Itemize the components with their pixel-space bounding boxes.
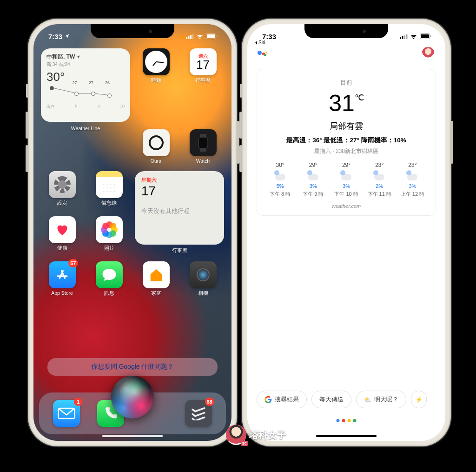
app-camera[interactable]: 相機 (182, 261, 224, 297)
wifi-icon (410, 33, 417, 39)
chevron-left-icon (255, 41, 258, 45)
cal-widget-empty: 今天沒有其他行程 (141, 207, 218, 215)
silence-switch[interactable] (240, 84, 242, 98)
chip-search-results[interactable]: 搜尋結果 (257, 391, 307, 408)
svg-rect-8 (198, 137, 208, 148)
svg-rect-14 (400, 37, 401, 39)
partly-cloudy-night-icon (405, 171, 419, 180)
svg-rect-6 (217, 35, 218, 37)
battery-icon (206, 33, 218, 39)
assistant-header (247, 43, 445, 60)
app-watch[interactable]: Watch (182, 129, 224, 164)
appstore-icon (54, 267, 70, 283)
lightning-icon: ⚡ (415, 396, 423, 403)
partly-cloudy-night-icon (306, 171, 320, 180)
photos-flower-icon (100, 221, 118, 239)
home-indicator[interactable] (102, 435, 163, 437)
silence-switch[interactable] (26, 84, 28, 98)
weather-card[interactable]: 目前 31℃ 局部有雲 最高溫：36° 最低溫：27° 降雨機率：10% 星期六… (257, 69, 436, 216)
widget-label: Weather Line (71, 126, 100, 131)
home-screen[interactable]: 7:33 中和區, TW 高:34 低:24 30° (33, 24, 231, 441)
cellular-icon (400, 34, 408, 39)
forecast-hour: 28°2%下午 11 時 (364, 162, 395, 198)
app-oura[interactable]: Oura (135, 129, 177, 164)
svg-rect-19 (421, 34, 429, 38)
calendar-widget[interactable]: 星期六 17 今天沒有其他行程 (135, 171, 224, 245)
iphone-right: 7:33 Siri 目前 31℃ 局 (242, 19, 451, 446)
app-label: Watch (196, 158, 210, 164)
cellular-icon (186, 34, 194, 39)
badge: 1 (74, 398, 82, 406)
siri-orb[interactable] (111, 376, 154, 419)
app-messages[interactable]: 訊息 (88, 261, 130, 297)
house-icon (148, 268, 164, 282)
cal-widget-day: 星期六 (141, 177, 218, 184)
location-arrow-icon (76, 55, 80, 59)
forecast-hour: 29°3%下午 10 時 (331, 162, 362, 198)
assistant-listening-icon[interactable] (337, 419, 357, 422)
app-label: 時鐘 (151, 77, 161, 84)
volume-up-button[interactable] (26, 112, 28, 139)
chip-label: 明天呢？ (374, 395, 398, 404)
mic-indicator-icon (180, 35, 184, 38)
svg-rect-17 (406, 34, 408, 39)
notes-icon (101, 182, 118, 193)
svg-rect-1 (188, 36, 190, 39)
power-button[interactable] (450, 121, 453, 164)
badge: 68 (205, 398, 214, 406)
svg-rect-2 (190, 35, 192, 39)
assistant-logo-icon (258, 51, 266, 56)
app-photos[interactable]: 照片 (88, 216, 130, 254)
back-to-siri[interactable]: Siri (255, 40, 265, 45)
camera-lens-icon (197, 268, 210, 281)
volume-down-button[interactable] (239, 145, 242, 172)
app-label: 照片 (104, 245, 114, 252)
app-label: 訊息 (104, 290, 114, 297)
google-icon (264, 396, 272, 403)
home-indicator[interactable] (316, 435, 377, 437)
svg-rect-5 (207, 34, 215, 38)
forecast-hour: 30°5%下午 8 時 (264, 162, 296, 198)
message-icon (101, 267, 118, 282)
app-clock[interactable]: 時鐘 (135, 48, 177, 122)
app-notes[interactable]: 備忘錄 (88, 171, 130, 209)
svg-rect-3 (192, 34, 194, 39)
app-label: App Store (51, 290, 73, 296)
app-health[interactable]: 健康 (41, 216, 83, 254)
wifi-icon (196, 33, 204, 39)
volume-up-button[interactable] (239, 112, 242, 139)
chip-tomorrow[interactable]: ⛅明天呢？ (356, 391, 406, 408)
forecast-hour: 29°3%下午 9 時 (298, 162, 329, 198)
app-todoist[interactable]: 68 (185, 400, 212, 427)
widget-label: 行事曆 (135, 247, 224, 254)
app-appstore[interactable]: 57App Store (41, 261, 83, 297)
watermark: 塔科女子 (226, 425, 286, 445)
mail-icon (58, 407, 75, 419)
notch (91, 24, 174, 38)
siri-prompt[interactable]: 你想要問 Google 什麼問題？ (47, 358, 218, 376)
now-label: 目前 (264, 79, 428, 87)
watermark-avatar-icon (226, 425, 246, 445)
app-calendar-small[interactable]: 週六17行事曆 (182, 48, 224, 122)
app-home[interactable]: 家庭 (135, 261, 177, 297)
svg-rect-20 (430, 35, 431, 37)
battery-icon (420, 33, 431, 39)
date-location: 星期六 · 238新北市樹林區 (264, 147, 428, 155)
weather-chart: 27 27 26 (46, 86, 125, 101)
svg-rect-0 (186, 37, 187, 39)
svg-rect-9 (200, 148, 206, 152)
heart-icon (56, 224, 69, 236)
status-time: 7:33 (48, 33, 62, 40)
chip-more[interactable]: ⚡ (411, 391, 427, 408)
suggestion-chips: 搜尋結果 每天傳送 ⛅明天呢？ ⚡ (247, 391, 445, 408)
profile-avatar[interactable] (421, 47, 435, 60)
notch (304, 24, 388, 38)
forecast-hour: 28°3%上午 12 時 (397, 162, 428, 198)
volume-down-button[interactable] (26, 145, 28, 172)
iphone-left: 7:33 中和區, TW 高:34 低:24 30° (28, 19, 237, 446)
badge: 57 (68, 259, 78, 267)
app-settings[interactable]: 設定 (41, 171, 83, 209)
chip-daily-send[interactable]: 每天傳送 (311, 391, 351, 408)
weather-widget[interactable]: 中和區, TW 高:34 低:24 30° 27 27 26 現在 8 9 (41, 48, 130, 122)
app-mail[interactable]: 1 (53, 400, 80, 427)
